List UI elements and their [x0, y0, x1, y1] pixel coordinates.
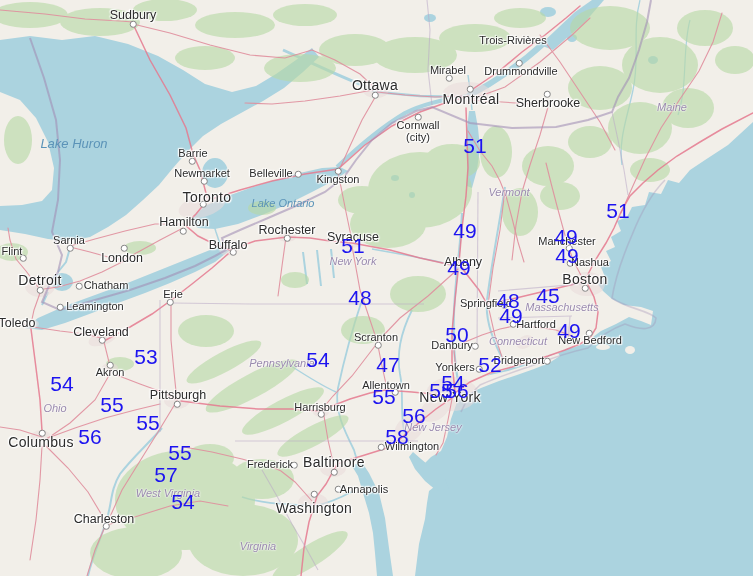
city-dot: [57, 304, 64, 311]
city-dot: [67, 245, 74, 252]
station-temp-label[interactable]: 55: [168, 441, 191, 465]
city-dot: [201, 178, 208, 185]
state-label: Maine: [657, 101, 687, 113]
city-dot: [20, 255, 27, 262]
city-label: Drummondville: [484, 66, 557, 78]
station-temp-label[interactable]: 49: [447, 256, 470, 280]
city-dot: [544, 358, 551, 365]
city-dot: [375, 342, 382, 349]
city-dot: [103, 523, 110, 530]
city-dot: [586, 330, 593, 337]
city-dot: [174, 401, 181, 408]
city-dot: [472, 343, 479, 350]
city-label: Frederick: [247, 459, 293, 471]
city-label: Belleville: [249, 168, 292, 180]
city-label: Columbus: [8, 435, 73, 450]
state-label: Vermont: [488, 186, 529, 198]
city-dot: [37, 287, 44, 294]
city-dot: [331, 469, 338, 476]
city-dot: [200, 201, 207, 208]
state-label: Ohio: [43, 402, 66, 414]
city-label: Akron: [96, 367, 125, 379]
station-temp-label[interactable]: 54: [306, 348, 329, 372]
city-dot: [415, 114, 422, 121]
city-label: Buffalo: [209, 239, 248, 252]
city-dot: [180, 228, 187, 235]
station-temp-label[interactable]: 51: [463, 134, 486, 158]
station-temp-label[interactable]: 53: [134, 345, 157, 369]
city-label: Ottawa: [352, 78, 398, 93]
city-dot: [372, 92, 379, 99]
city-label: Kingston: [317, 174, 360, 186]
station-temp-label[interactable]: 56: [445, 379, 468, 403]
city-label: Montréal: [443, 92, 500, 107]
city-dot: [230, 249, 237, 256]
station-temp-label[interactable]: 52: [478, 353, 501, 377]
water-label: Lake Ontario: [252, 197, 315, 209]
station-temp-label[interactable]: 55: [100, 393, 123, 417]
station-temp-label[interactable]: 45: [536, 284, 559, 308]
city-dot: [446, 75, 453, 82]
city-dot: [99, 337, 106, 344]
city-dot: [311, 491, 318, 498]
city-dot: [189, 158, 196, 165]
station-temp-label[interactable]: 48: [348, 286, 371, 310]
city-label: Baltimore: [303, 455, 365, 470]
station-temp-label[interactable]: 50: [445, 323, 468, 347]
city-dot: [284, 235, 291, 242]
city-label: Sherbrooke: [516, 97, 581, 110]
station-temp-label[interactable]: 55: [372, 385, 395, 409]
station-temp-label[interactable]: 57: [154, 463, 177, 487]
city-label: Annapolis: [340, 484, 388, 496]
city-dot: [467, 86, 474, 93]
city-dot: [516, 60, 523, 67]
station-temp-label[interactable]: 58: [385, 425, 408, 449]
station-temp-label[interactable]: 49: [555, 244, 578, 268]
station-temp-label[interactable]: 55: [136, 411, 159, 435]
station-temp-label[interactable]: 49: [557, 319, 580, 343]
city-dot: [378, 444, 385, 451]
city-label: Toronto: [183, 190, 232, 205]
city-label: Detroit: [18, 273, 61, 288]
station-temp-label[interactable]: 51: [606, 199, 629, 223]
city-dot: [582, 285, 589, 292]
city-label: Leamington: [66, 301, 124, 313]
station-temp-label[interactable]: 56: [78, 425, 101, 449]
map-canvas[interactable]: SudburyBarrieNewmarketTorontoHamiltonSar…: [0, 0, 753, 576]
city-label: Chatham: [84, 280, 129, 292]
map-labels-layer: SudburyBarrieNewmarketTorontoHamiltonSar…: [0, 0, 753, 576]
city-dot: [121, 245, 128, 252]
city-dot: [76, 283, 83, 290]
station-temp-label[interactable]: 47: [376, 353, 399, 377]
station-temp-label[interactable]: 51: [341, 234, 364, 258]
city-dot: [167, 299, 174, 306]
city-label: Trois-Rivières: [479, 35, 546, 47]
station-temp-label[interactable]: 54: [50, 372, 73, 396]
station-temp-label[interactable]: 49: [499, 304, 522, 328]
state-label: Virginia: [240, 540, 277, 552]
city-dot: [107, 362, 114, 369]
station-temp-label[interactable]: 49: [453, 219, 476, 243]
city-dot: [29, 321, 36, 328]
station-temp-label[interactable]: 54: [171, 490, 194, 514]
city-dot: [39, 430, 46, 437]
city-dot: [544, 91, 551, 98]
city-label: London: [101, 252, 143, 265]
city-dot: [130, 21, 137, 28]
city-dot: [295, 171, 302, 178]
state-label: Connecticut: [489, 335, 547, 347]
city-label: Washington: [276, 501, 352, 516]
state-label: Pennsylvania: [249, 357, 314, 369]
city-dot: [335, 168, 342, 175]
city-dot: [291, 462, 298, 469]
city-label: Cornwall (city): [397, 120, 440, 143]
city-dot: [318, 411, 325, 418]
water-label: Lake Huron: [40, 136, 107, 151]
city-dot: [335, 486, 342, 493]
